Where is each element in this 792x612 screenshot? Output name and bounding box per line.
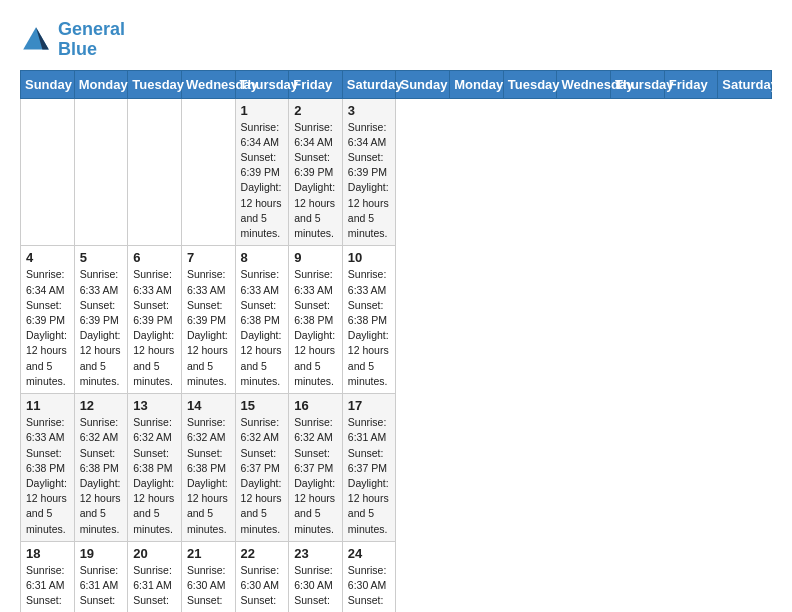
day-number: 11 <box>26 398 69 413</box>
header-day-monday: Monday <box>74 70 128 98</box>
day-number: 3 <box>348 103 391 118</box>
calendar-cell <box>128 98 182 246</box>
day-number: 5 <box>80 250 123 265</box>
calendar-cell: 4Sunrise: 6:34 AM Sunset: 6:39 PM Daylig… <box>21 246 75 394</box>
header-day-wednesday: Wednesday <box>557 70 611 98</box>
header-day-tuesday: Tuesday <box>503 70 557 98</box>
week-row-1: 1Sunrise: 6:34 AM Sunset: 6:39 PM Daylig… <box>21 98 772 246</box>
header-day-saturday: Saturday <box>718 70 772 98</box>
calendar-cell <box>21 98 75 246</box>
day-number: 6 <box>133 250 176 265</box>
day-number: 23 <box>294 546 337 561</box>
day-number: 4 <box>26 250 69 265</box>
calendar-cell: 9Sunrise: 6:33 AM Sunset: 6:38 PM Daylig… <box>289 246 343 394</box>
day-info: Sunrise: 6:34 AM Sunset: 6:39 PM Dayligh… <box>241 120 284 242</box>
day-info: Sunrise: 6:33 AM Sunset: 6:38 PM Dayligh… <box>26 415 69 537</box>
day-number: 24 <box>348 546 391 561</box>
day-info: Sunrise: 6:32 AM Sunset: 6:37 PM Dayligh… <box>294 415 337 537</box>
day-number: 22 <box>241 546 284 561</box>
day-number: 19 <box>80 546 123 561</box>
day-info: Sunrise: 6:32 AM Sunset: 6:38 PM Dayligh… <box>133 415 176 537</box>
header-day-friday: Friday <box>289 70 343 98</box>
calendar-cell: 16Sunrise: 6:32 AM Sunset: 6:37 PM Dayli… <box>289 394 343 542</box>
day-number: 13 <box>133 398 176 413</box>
day-number: 15 <box>241 398 284 413</box>
calendar-cell: 19Sunrise: 6:31 AM Sunset: 6:37 PM Dayli… <box>74 541 128 612</box>
header-day-monday: Monday <box>450 70 504 98</box>
header-day-thursday: Thursday <box>235 70 289 98</box>
day-info: Sunrise: 6:32 AM Sunset: 6:38 PM Dayligh… <box>80 415 123 537</box>
calendar-header-row: SundayMondayTuesdayWednesdayThursdayFrid… <box>21 70 772 98</box>
header-day-sunday: Sunday <box>21 70 75 98</box>
day-info: Sunrise: 6:34 AM Sunset: 6:39 PM Dayligh… <box>348 120 391 242</box>
page-header: General Blue <box>20 20 772 60</box>
day-info: Sunrise: 6:30 AM Sunset: 6:35 PM Dayligh… <box>348 563 391 612</box>
day-number: 9 <box>294 250 337 265</box>
calendar-table: SundayMondayTuesdayWednesdayThursdayFrid… <box>20 70 772 612</box>
day-number: 1 <box>241 103 284 118</box>
calendar-cell: 3Sunrise: 6:34 AM Sunset: 6:39 PM Daylig… <box>342 98 396 246</box>
day-info: Sunrise: 6:32 AM Sunset: 6:37 PM Dayligh… <box>241 415 284 537</box>
header-day-wednesday: Wednesday <box>181 70 235 98</box>
header-day-sunday: Sunday <box>396 70 450 98</box>
calendar-cell: 11Sunrise: 6:33 AM Sunset: 6:38 PM Dayli… <box>21 394 75 542</box>
day-info: Sunrise: 6:33 AM Sunset: 6:39 PM Dayligh… <box>187 267 230 389</box>
logo-icon <box>20 24 52 56</box>
calendar-cell: 18Sunrise: 6:31 AM Sunset: 6:37 PM Dayli… <box>21 541 75 612</box>
day-number: 2 <box>294 103 337 118</box>
calendar-cell: 14Sunrise: 6:32 AM Sunset: 6:38 PM Dayli… <box>181 394 235 542</box>
header-day-friday: Friday <box>664 70 718 98</box>
day-number: 17 <box>348 398 391 413</box>
day-number: 20 <box>133 546 176 561</box>
calendar-cell: 12Sunrise: 6:32 AM Sunset: 6:38 PM Dayli… <box>74 394 128 542</box>
day-info: Sunrise: 6:34 AM Sunset: 6:39 PM Dayligh… <box>294 120 337 242</box>
day-number: 16 <box>294 398 337 413</box>
calendar-cell: 6Sunrise: 6:33 AM Sunset: 6:39 PM Daylig… <box>128 246 182 394</box>
day-info: Sunrise: 6:33 AM Sunset: 6:39 PM Dayligh… <box>80 267 123 389</box>
calendar-cell: 2Sunrise: 6:34 AM Sunset: 6:39 PM Daylig… <box>289 98 343 246</box>
week-row-3: 11Sunrise: 6:33 AM Sunset: 6:38 PM Dayli… <box>21 394 772 542</box>
calendar-cell: 15Sunrise: 6:32 AM Sunset: 6:37 PM Dayli… <box>235 394 289 542</box>
day-info: Sunrise: 6:30 AM Sunset: 6:36 PM Dayligh… <box>187 563 230 612</box>
day-number: 14 <box>187 398 230 413</box>
calendar-cell: 17Sunrise: 6:31 AM Sunset: 6:37 PM Dayli… <box>342 394 396 542</box>
day-info: Sunrise: 6:33 AM Sunset: 6:39 PM Dayligh… <box>133 267 176 389</box>
day-info: Sunrise: 6:31 AM Sunset: 6:36 PM Dayligh… <box>133 563 176 612</box>
calendar-cell: 1Sunrise: 6:34 AM Sunset: 6:39 PM Daylig… <box>235 98 289 246</box>
calendar-cell: 24Sunrise: 6:30 AM Sunset: 6:35 PM Dayli… <box>342 541 396 612</box>
logo-text: General Blue <box>58 20 125 60</box>
day-number: 21 <box>187 546 230 561</box>
day-info: Sunrise: 6:31 AM Sunset: 6:37 PM Dayligh… <box>80 563 123 612</box>
day-info: Sunrise: 6:31 AM Sunset: 6:37 PM Dayligh… <box>348 415 391 537</box>
day-info: Sunrise: 6:32 AM Sunset: 6:38 PM Dayligh… <box>187 415 230 537</box>
header-day-tuesday: Tuesday <box>128 70 182 98</box>
day-number: 10 <box>348 250 391 265</box>
day-info: Sunrise: 6:30 AM Sunset: 6:36 PM Dayligh… <box>294 563 337 612</box>
day-number: 18 <box>26 546 69 561</box>
calendar-cell: 10Sunrise: 6:33 AM Sunset: 6:38 PM Dayli… <box>342 246 396 394</box>
header-day-thursday: Thursday <box>611 70 665 98</box>
calendar-cell: 22Sunrise: 6:30 AM Sunset: 6:36 PM Dayli… <box>235 541 289 612</box>
day-number: 7 <box>187 250 230 265</box>
logo: General Blue <box>20 20 125 60</box>
day-number: 12 <box>80 398 123 413</box>
calendar-cell: 7Sunrise: 6:33 AM Sunset: 6:39 PM Daylig… <box>181 246 235 394</box>
calendar-cell: 5Sunrise: 6:33 AM Sunset: 6:39 PM Daylig… <box>74 246 128 394</box>
day-info: Sunrise: 6:30 AM Sunset: 6:36 PM Dayligh… <box>241 563 284 612</box>
calendar-cell: 23Sunrise: 6:30 AM Sunset: 6:36 PM Dayli… <box>289 541 343 612</box>
calendar-cell <box>181 98 235 246</box>
day-info: Sunrise: 6:33 AM Sunset: 6:38 PM Dayligh… <box>348 267 391 389</box>
week-row-4: 18Sunrise: 6:31 AM Sunset: 6:37 PM Dayli… <box>21 541 772 612</box>
calendar-cell: 8Sunrise: 6:33 AM Sunset: 6:38 PM Daylig… <box>235 246 289 394</box>
week-row-2: 4Sunrise: 6:34 AM Sunset: 6:39 PM Daylig… <box>21 246 772 394</box>
header-day-saturday: Saturday <box>342 70 396 98</box>
day-info: Sunrise: 6:33 AM Sunset: 6:38 PM Dayligh… <box>294 267 337 389</box>
calendar-cell <box>74 98 128 246</box>
calendar-cell: 13Sunrise: 6:32 AM Sunset: 6:38 PM Dayli… <box>128 394 182 542</box>
day-info: Sunrise: 6:33 AM Sunset: 6:38 PM Dayligh… <box>241 267 284 389</box>
day-info: Sunrise: 6:34 AM Sunset: 6:39 PM Dayligh… <box>26 267 69 389</box>
day-info: Sunrise: 6:31 AM Sunset: 6:37 PM Dayligh… <box>26 563 69 612</box>
calendar-cell: 20Sunrise: 6:31 AM Sunset: 6:36 PM Dayli… <box>128 541 182 612</box>
day-number: 8 <box>241 250 284 265</box>
calendar-cell: 21Sunrise: 6:30 AM Sunset: 6:36 PM Dayli… <box>181 541 235 612</box>
